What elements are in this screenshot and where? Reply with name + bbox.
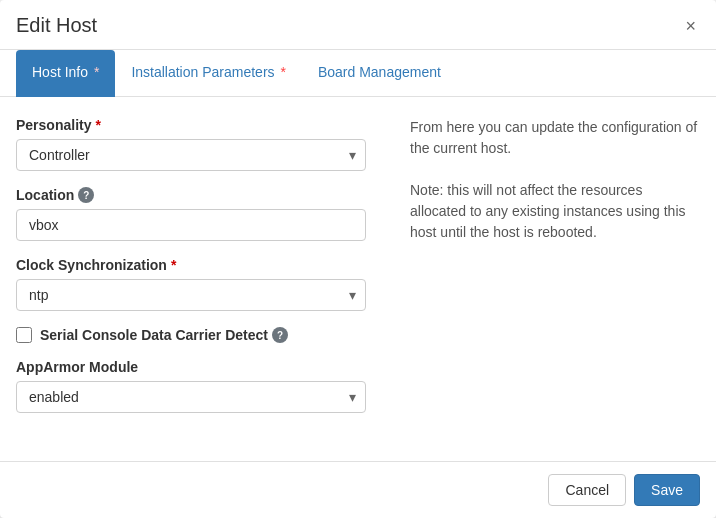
location-field: Location ? [16, 187, 366, 241]
location-label: Location ? [16, 187, 366, 203]
tab-installation-required: * [277, 64, 286, 80]
serial-console-label: Serial Console Data Carrier Detect ? [40, 327, 288, 343]
save-button[interactable]: Save [634, 474, 700, 506]
serial-console-row: Serial Console Data Carrier Detect ? [16, 327, 366, 343]
clock-sync-select[interactable]: ntp ptp [16, 279, 366, 311]
personality-required: * [95, 117, 100, 133]
cancel-button[interactable]: Cancel [548, 474, 626, 506]
modal-body: Personality * Controller Worker Storage … [0, 97, 716, 461]
clock-sync-field: Clock Synchronization * ntp ptp [16, 257, 366, 311]
apparmor-field: AppArmor Module enabled disabled [16, 359, 366, 413]
tab-host-info[interactable]: Host Info * [16, 50, 115, 97]
tab-installation-parameters[interactable]: Installation Parameters * [115, 50, 302, 97]
modal-header: Edit Host × [0, 0, 716, 50]
info-text-line2: Note: this will not affect the resources… [410, 180, 700, 243]
location-input[interactable] [16, 209, 366, 241]
apparmor-label: AppArmor Module [16, 359, 366, 375]
serial-console-checkbox[interactable] [16, 327, 32, 343]
modal-title: Edit Host [16, 14, 97, 37]
tab-board-management[interactable]: Board Management [302, 50, 457, 97]
info-text-line1: From here you can update the configurati… [410, 117, 700, 159]
modal-footer: Cancel Save [0, 461, 716, 518]
personality-field: Personality * Controller Worker Storage [16, 117, 366, 171]
close-button[interactable]: × [681, 17, 700, 35]
right-panel: From here you can update the configurati… [386, 117, 700, 445]
apparmor-select[interactable]: enabled disabled [16, 381, 366, 413]
serial-console-help-icon[interactable]: ? [272, 327, 288, 343]
personality-select-wrapper: Controller Worker Storage [16, 139, 366, 171]
clock-sync-required: * [171, 257, 176, 273]
tab-host-info-required: * [90, 64, 99, 80]
personality-select[interactable]: Controller Worker Storage [16, 139, 366, 171]
location-help-icon[interactable]: ? [78, 187, 94, 203]
apparmor-select-wrapper: enabled disabled [16, 381, 366, 413]
left-panel: Personality * Controller Worker Storage … [16, 117, 366, 445]
tab-bar: Host Info * Installation Parameters * Bo… [0, 50, 716, 97]
clock-sync-select-wrapper: ntp ptp [16, 279, 366, 311]
edit-host-modal: Edit Host × Host Info * Installation Par… [0, 0, 716, 518]
personality-label: Personality * [16, 117, 366, 133]
clock-sync-label: Clock Synchronization * [16, 257, 366, 273]
